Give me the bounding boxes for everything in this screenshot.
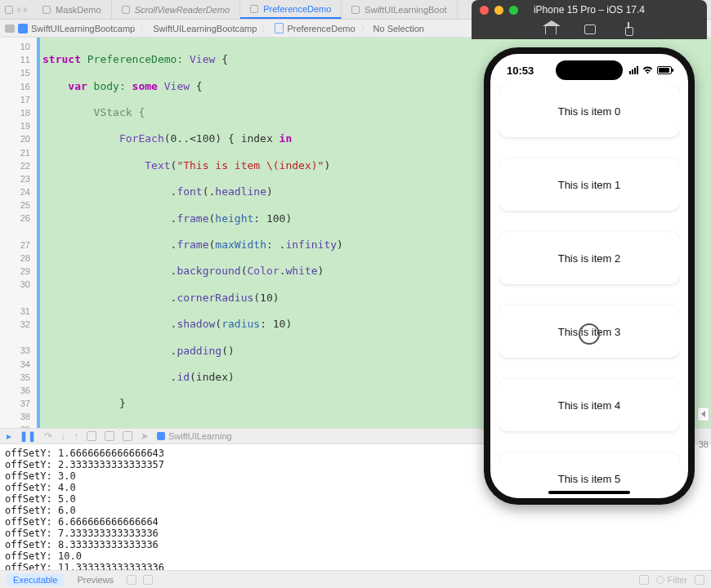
location-icon[interactable]: ➤ bbox=[141, 430, 149, 442]
line-number: 33 bbox=[0, 344, 37, 357]
console-bottom-bar: Executable Previews Filter bbox=[0, 570, 711, 588]
env-override-icon[interactable] bbox=[123, 431, 132, 441]
line-number: 17 bbox=[0, 93, 37, 106]
tab-label: SwiftUILearningBoot bbox=[364, 5, 446, 15]
screenshot-icon[interactable] bbox=[584, 24, 596, 34]
previews-tab[interactable]: Previews bbox=[70, 573, 120, 586]
simulator-title: iPhone 15 Pro – iOS 17.4 bbox=[472, 4, 707, 16]
bottom-right-icon[interactable] bbox=[695, 575, 704, 585]
crumb-nosel[interactable]: No Selection bbox=[373, 24, 424, 33]
views-icon[interactable] bbox=[143, 575, 153, 585]
share-icon[interactable] bbox=[624, 24, 633, 35]
filter-placeholder: Filter bbox=[668, 575, 687, 585]
scroll-view[interactable]: This is item 0This is item 1This is item… bbox=[499, 85, 680, 490]
debug-target[interactable]: SwiftUILearning bbox=[157, 431, 232, 441]
tab-label: MaskDemo bbox=[56, 5, 101, 15]
line-number: 10 bbox=[0, 40, 37, 53]
list-item[interactable]: This is item 4 bbox=[499, 379, 680, 431]
swift-file-icon bbox=[275, 23, 284, 33]
line-number: 23 bbox=[0, 172, 37, 185]
debug-target-label: SwiftUILearning bbox=[168, 431, 232, 441]
console-line: offSetY: 7.333333333333336 bbox=[5, 528, 706, 539]
line-number: 32 bbox=[0, 318, 37, 331]
memory-graph-icon[interactable] bbox=[105, 431, 114, 441]
line-number: 16 bbox=[0, 80, 37, 93]
line-number: 26 bbox=[0, 212, 37, 225]
swift-file-icon bbox=[351, 6, 360, 14]
list-item[interactable]: This is item 0 bbox=[499, 85, 680, 137]
crumb-folder[interactable]: SwiftUILearningBootcamp bbox=[153, 24, 257, 33]
executable-tab[interactable]: Executable bbox=[7, 573, 64, 586]
project-icon bbox=[18, 24, 28, 33]
related-items-icon[interactable] bbox=[5, 24, 15, 33]
nav-back-icon[interactable] bbox=[16, 7, 20, 13]
panel-toggle-icon[interactable] bbox=[5, 6, 13, 14]
tab-label: ScrollViewReaderDemo bbox=[135, 5, 230, 15]
line-number: 18 bbox=[0, 106, 37, 119]
debug-view-icon[interactable] bbox=[87, 431, 96, 441]
simulator-toolbar bbox=[472, 20, 707, 39]
line-number: 15 bbox=[0, 66, 37, 79]
line-number: 21 bbox=[0, 146, 37, 159]
line-number: 20 bbox=[0, 132, 37, 145]
step-in-icon[interactable]: ↓ bbox=[60, 430, 65, 442]
line-number: 11 bbox=[0, 53, 37, 66]
pause-icon[interactable]: ❚❚ bbox=[20, 430, 36, 442]
line-number: 34 bbox=[0, 358, 37, 371]
tab-learningboot[interactable]: SwiftUILearningBoot bbox=[342, 0, 457, 19]
simulator-phone[interactable]: 10:53 This is item 0This is item 1This i… bbox=[484, 47, 695, 505]
touch-indicator bbox=[579, 323, 600, 345]
list-item[interactable]: This is item 1 bbox=[499, 158, 680, 211]
signal-icon bbox=[629, 66, 638, 74]
line-number: 37 bbox=[0, 397, 37, 410]
console-line: offSetY: 8.333333333333336 bbox=[5, 539, 706, 550]
tab-preferencedemo[interactable]: PreferenceDemo bbox=[240, 0, 342, 19]
line-number: 24 bbox=[0, 185, 37, 198]
crumb-project[interactable]: SwiftUILearningBootcamp bbox=[31, 24, 135, 33]
line-number: 31 bbox=[0, 305, 37, 318]
line-number bbox=[0, 331, 37, 344]
wifi-icon bbox=[642, 65, 654, 77]
line-number: 27 bbox=[0, 238, 37, 252]
step-out-icon[interactable]: ↑ bbox=[74, 430, 78, 442]
crumb-file[interactable]: PreferenceDemo bbox=[287, 24, 355, 33]
line-gutter: 1011151617181920212223242526272829303132… bbox=[0, 38, 38, 428]
clear-icon[interactable] bbox=[639, 575, 649, 585]
swift-file-icon bbox=[250, 5, 258, 13]
filter-field[interactable]: Filter bbox=[655, 574, 688, 586]
line-number: 29 bbox=[0, 265, 37, 278]
line-number: 39 bbox=[0, 423, 37, 428]
nav-forward-icon[interactable] bbox=[24, 7, 28, 13]
list-item[interactable]: This is item 5 bbox=[499, 452, 680, 490]
status-time: 10:53 bbox=[507, 65, 534, 77]
tab-maskdemo[interactable]: MaskDemo bbox=[33, 0, 112, 19]
filter-icon bbox=[656, 576, 664, 584]
console-line: offSetY: 10.0 bbox=[5, 550, 706, 562]
toggle-breakpoints-icon[interactable]: ▸ bbox=[7, 430, 11, 442]
list-item[interactable]: This is item 2 bbox=[499, 232, 680, 284]
line-number: 22 bbox=[0, 159, 37, 172]
line-number bbox=[0, 292, 37, 305]
line-number: 30 bbox=[0, 278, 37, 291]
dynamic-island bbox=[556, 60, 623, 80]
metrics-icon[interactable] bbox=[127, 575, 136, 585]
step-over-icon[interactable]: ↷ bbox=[44, 430, 52, 442]
app-icon bbox=[157, 432, 165, 440]
console-line: offSetY: 6.666666666666664 bbox=[5, 516, 706, 528]
line-number: 38 bbox=[0, 410, 37, 423]
battery-icon bbox=[657, 66, 672, 74]
home-indicator bbox=[548, 491, 630, 494]
tab-scrollviewreaderdemo[interactable]: ScrollViewReaderDemo bbox=[112, 0, 241, 19]
crumb-sep: 〉 bbox=[140, 23, 148, 34]
crumb-sep: 〉 bbox=[360, 23, 369, 34]
change-bar bbox=[37, 38, 40, 428]
swift-file-icon bbox=[42, 6, 51, 14]
line-number bbox=[0, 225, 37, 238]
simulator-window: iPhone 15 Pro – iOS 17.4 10:53 This is i… bbox=[472, 0, 707, 513]
home-icon[interactable] bbox=[545, 24, 557, 34]
line-number: 28 bbox=[0, 252, 37, 265]
line-number: 19 bbox=[0, 119, 37, 132]
simulator-titlebar[interactable]: iPhone 15 Pro – iOS 17.4 bbox=[472, 0, 707, 20]
line-number: 35 bbox=[0, 371, 37, 384]
tab-label: PreferenceDemo bbox=[263, 4, 331, 14]
